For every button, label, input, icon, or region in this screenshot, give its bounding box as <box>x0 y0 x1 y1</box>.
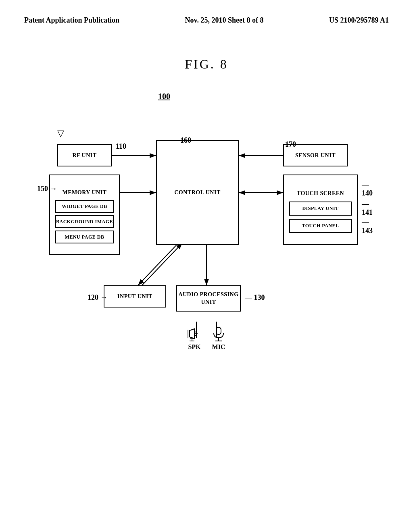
figure-title: FIG. 8 <box>0 57 413 72</box>
touch-screen-label: TOUCH SCREEN <box>284 190 357 198</box>
spk-label: SPK <box>188 343 200 351</box>
audio-processing-ref: — 130 <box>245 293 265 302</box>
control-unit-box: CONTROL UNIT <box>156 140 239 245</box>
control-unit-ref: 160 <box>180 136 191 145</box>
touch-panel-ref: — 143 <box>362 218 380 235</box>
display-unit-box: DISPLAY UNIT <box>289 202 352 216</box>
memory-unit-label: MEMORY UNIT <box>50 189 119 197</box>
svg-line-6 <box>138 241 180 285</box>
memory-unit-box: MEMORY UNIT WIDGET PAGE DB BACKGROUND IM… <box>49 175 120 255</box>
header-middle: Nov. 25, 2010 Sheet 8 of 8 <box>185 16 264 25</box>
audio-processing-box: AUDIO PROCESSING UNIT <box>176 285 241 312</box>
header-right: US 2100/295789 A1 <box>329 16 389 25</box>
menu-page-db-box: MENU PAGE DB <box>55 231 114 243</box>
diagram-container: 100 RF UNIT ▽ 110 SENSOR UNIT 170 MEMORY… <box>33 88 380 402</box>
sensor-unit-ref: 170 <box>285 140 296 149</box>
touch-screen-box: TOUCH SCREEN DISPLAY UNIT TOUCH PANEL <box>283 175 358 245</box>
memory-unit-ref: 150 → <box>37 185 57 193</box>
rf-unit-ref: 110 <box>116 142 126 151</box>
mic-icon <box>211 326 227 342</box>
mic-label: MIC <box>212 343 225 351</box>
svg-line-8 <box>142 243 182 285</box>
touch-panel-box: TOUCH PANEL <box>289 219 352 233</box>
rf-unit-box: RF UNIT <box>57 144 112 166</box>
svg-line-17 <box>195 331 197 332</box>
widget-page-db-box: WIDGET PAGE DB <box>55 200 114 213</box>
display-unit-ref: — 141 <box>362 200 380 217</box>
spk-icon <box>186 326 202 342</box>
page-header: Patent Application Publication Nov. 25, … <box>0 0 413 25</box>
svg-rect-20 <box>216 327 221 335</box>
ref-100: 100 <box>158 92 170 101</box>
antenna-icon: ▽ <box>57 128 64 139</box>
svg-line-19 <box>195 335 197 336</box>
mic-symbol: MIC <box>211 326 227 351</box>
input-unit-ref: 120 → <box>88 293 108 302</box>
spk-symbol: SPK <box>186 326 202 351</box>
header-left: Patent Application Publication <box>24 16 119 25</box>
svg-marker-11 <box>190 329 194 339</box>
background-image-box: BACKGROUND IMAGE <box>55 215 114 228</box>
input-unit-box: INPUT UNIT <box>104 285 166 308</box>
touch-screen-ref: — 140 <box>362 181 380 197</box>
